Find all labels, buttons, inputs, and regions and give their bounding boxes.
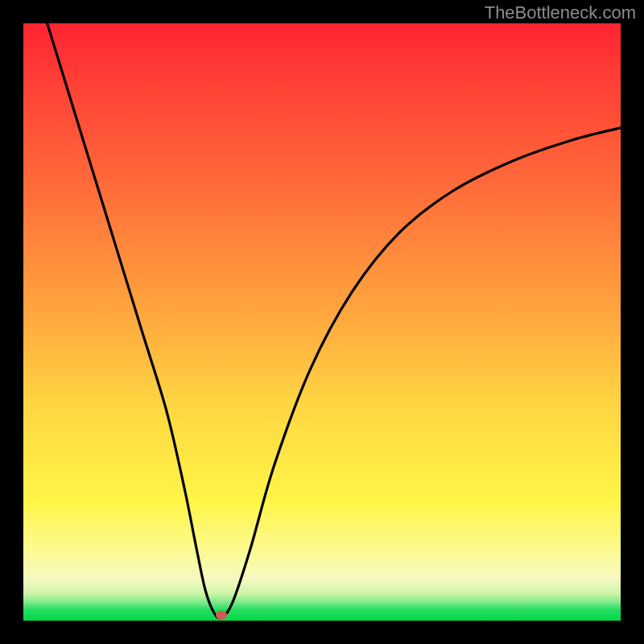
watermark-text: TheBottleneck.com (485, 2, 636, 23)
plot-area (23, 23, 621, 621)
optimum-marker (216, 610, 227, 619)
chart-frame: TheBottleneck.com (0, 0, 644, 644)
bottleneck-curve (23, 23, 621, 621)
